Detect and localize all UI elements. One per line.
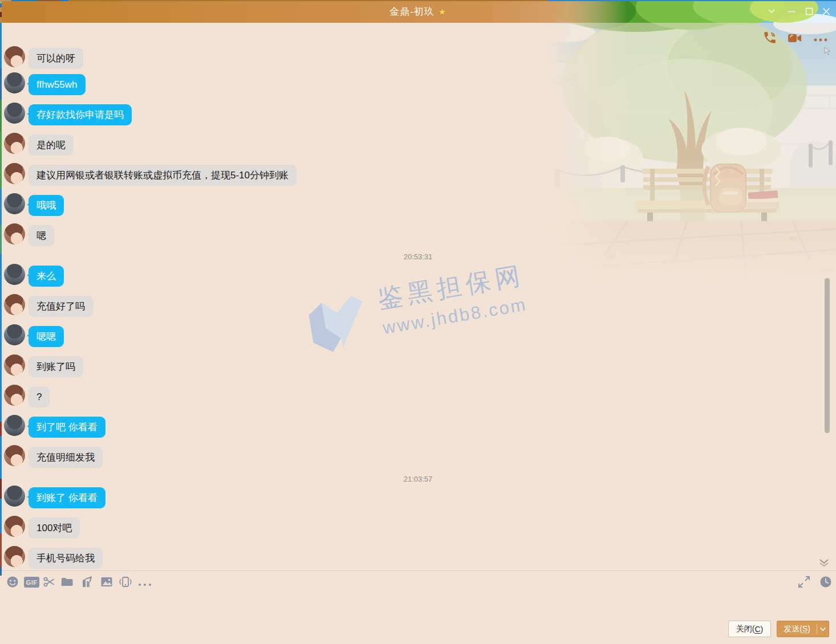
close-button[interactable]: [822, 7, 831, 16]
close-chat-button[interactable]: 关闭(C): [728, 621, 771, 637]
edge-sliver: [0, 100, 2, 131]
title-bar[interactable]: 金鼎-初玖★: [0, 0, 836, 23]
edge-sliver: [68, 0, 547, 1]
avatar-male[interactable]: [4, 486, 25, 507]
expand-icon[interactable]: [797, 575, 811, 591]
edge-sliver: [0, 131, 2, 188]
minimize-button[interactable]: [787, 7, 796, 16]
mouse-cursor: [823, 47, 831, 58]
message-bubble[interactable]: 到账了吗: [29, 356, 83, 377]
message-bubble[interactable]: 嗯嗯: [29, 326, 64, 347]
message-bubble[interactable]: 手机号码给我: [29, 548, 103, 569]
message-bubble[interactable]: ffhw55wh: [29, 74, 86, 95]
message-bubble[interactable]: 可以的呀: [29, 48, 83, 69]
message-bubble[interactable]: 充值明细发我: [29, 447, 103, 468]
edge-sliver: [0, 436, 2, 479]
message-input[interactable]: [0, 594, 836, 619]
message-bubble[interactable]: 嗯: [29, 225, 54, 246]
screenshot-scissors-icon[interactable]: [42, 575, 56, 591]
edge-sliver: [0, 499, 2, 533]
scroll-to-bottom-icon[interactable]: [818, 558, 830, 569]
message-bubble[interactable]: 哦哦: [29, 195, 64, 216]
edge-sliver: [547, 0, 836, 1]
avatar-female[interactable]: [4, 133, 25, 154]
avatar-female[interactable]: [4, 385, 25, 406]
edge-sliver: [0, 17, 2, 23]
avatar-female[interactable]: [4, 223, 25, 244]
edge-sliver: [0, 0, 11, 1]
message-bubble[interactable]: 充值好了吗: [29, 296, 93, 317]
window-shake-icon[interactable]: [117, 575, 133, 591]
message-bubble[interactable]: 100对吧: [29, 517, 80, 539]
edge-sliver: [0, 254, 2, 422]
toolbar-more-icon[interactable]: [137, 579, 152, 589]
edge-sliver: [0, 68, 2, 100]
message-bubble[interactable]: 是的呢: [29, 134, 74, 156]
message-bubble[interactable]: 到账了 你看看: [29, 487, 105, 508]
emoji-icon[interactable]: [6, 575, 19, 591]
voice-call-icon[interactable]: [762, 30, 777, 47]
edge-sliver: [0, 533, 2, 567]
edge-sliver: [0, 7, 2, 12]
remote-share-icon[interactable]: [80, 575, 95, 591]
avatar-male[interactable]: [4, 103, 25, 124]
collapse-chevron-button[interactable]: [767, 7, 776, 16]
edge-sliver: [60, 0, 68, 1]
message-bubble[interactable]: 来么: [29, 266, 64, 287]
scrollbar-thumb[interactable]: [825, 278, 830, 433]
edge-sliver: [0, 23, 2, 68]
more-options-icon[interactable]: [813, 35, 828, 45]
gif-icon[interactable]: GIF: [24, 577, 39, 588]
edge-sliver: [0, 422, 2, 436]
edge-sliver: [0, 3, 2, 7]
image-icon[interactable]: [100, 575, 113, 591]
message-bubble[interactable]: 建议用网银或者银联转账或虚拟币充值，提现5-10分钟到账: [29, 165, 297, 186]
send-options-chevron-icon[interactable]: [817, 627, 829, 631]
edge-sliver: [0, 567, 2, 576]
edge-sliver: [0, 479, 2, 499]
avatar-male[interactable]: [4, 324, 25, 345]
file-folder-icon[interactable]: [60, 575, 74, 591]
video-call-icon[interactable]: [788, 32, 802, 46]
avatar-female[interactable]: [4, 294, 25, 315]
vip-star-icon: ★: [439, 7, 447, 17]
timestamp: 20:53:31: [0, 252, 836, 261]
edge-sliver: [11, 0, 37, 1]
avatar-male[interactable]: [4, 72, 25, 93]
history-clock-icon[interactable]: [819, 575, 833, 591]
avatar-male[interactable]: [4, 193, 25, 214]
avatar-female[interactable]: [4, 46, 25, 67]
chat-window: 金鼎-初玖★: [0, 0, 836, 644]
panel-divider: [0, 570, 836, 571]
screen-edge-artifact-left: [0, 0, 2, 644]
edge-sliver: [0, 12, 2, 17]
avatar-female[interactable]: [4, 516, 25, 537]
avatar-male[interactable]: [4, 264, 25, 285]
timestamp: 21:03:57: [0, 475, 836, 483]
input-toolbar: GIF: [0, 573, 836, 593]
avatar-female[interactable]: [4, 546, 25, 567]
avatar-female[interactable]: [4, 163, 25, 184]
message-bubble[interactable]: 存好款找你申请是吗: [29, 104, 132, 125]
message-bubble[interactable]: ?: [29, 386, 50, 407]
maximize-button[interactable]: [805, 7, 814, 16]
edge-sliver: [37, 0, 60, 1]
avatar-male[interactable]: [4, 415, 25, 436]
edge-sliver: [0, 225, 2, 254]
message-bubble[interactable]: 到了吧 你看看: [29, 417, 105, 438]
window-title: 金鼎-初玖★: [0, 5, 836, 18]
avatar-female[interactable]: [4, 354, 25, 376]
chat-scroll-area[interactable]: 可以的呀ffhw55wh存好款找你申请是吗是的呢建议用网银或者银联转账或虚拟币充…: [0, 0, 836, 570]
screen-edge-artifact-top: [0, 0, 836, 1]
avatar-female[interactable]: [4, 445, 25, 466]
send-button[interactable]: 发送(S): [777, 621, 829, 637]
edge-sliver: [0, 188, 2, 225]
